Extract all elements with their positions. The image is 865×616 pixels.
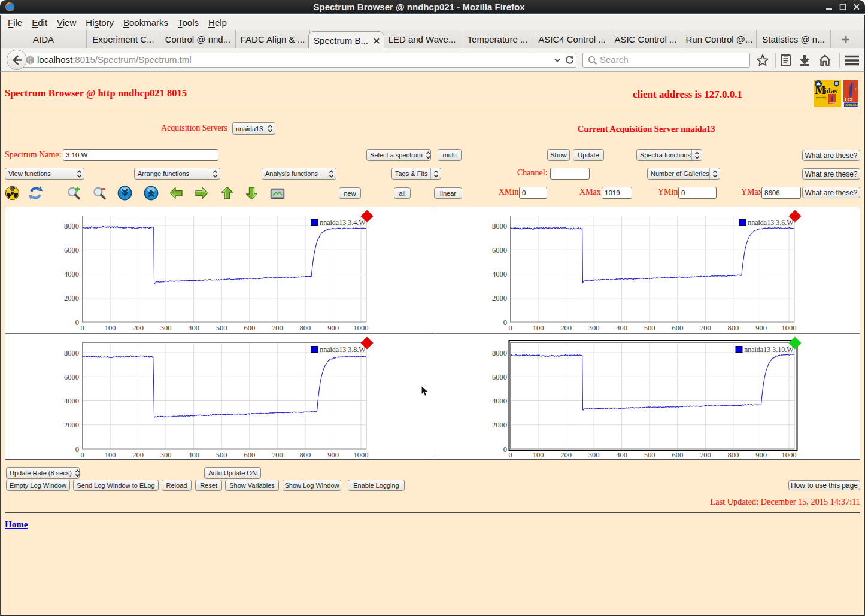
svg-text:POWERED: POWERED [845, 104, 858, 107]
svg-text:300: 300 [588, 451, 600, 459]
svg-text:700: 700 [700, 451, 711, 459]
svg-text:0: 0 [75, 318, 79, 327]
svg-text:4000: 4000 [492, 397, 507, 405]
svg-text:800: 800 [300, 324, 311, 332]
svg-text:nnaida13 3.6.W: nnaida13 3.6.W [748, 219, 794, 227]
svg-text:200: 200 [132, 324, 144, 332]
svg-text:idas: idas [824, 87, 837, 95]
svg-text:500: 500 [216, 451, 227, 459]
svg-text:900: 900 [327, 324, 339, 332]
svg-text:400: 400 [188, 324, 199, 332]
svg-text:nnaida13 3.8.W: nnaida13 3.8.W [320, 345, 366, 354]
svg-text:0: 0 [503, 445, 507, 454]
svg-text:4000: 4000 [64, 270, 79, 278]
svg-text:600: 600 [672, 451, 683, 459]
svg-text:500: 500 [644, 451, 655, 459]
svg-text:800: 800 [728, 324, 739, 332]
svg-text:900: 900 [755, 324, 767, 332]
svg-text:0: 0 [508, 324, 512, 332]
svg-text:8000: 8000 [492, 349, 507, 357]
svg-text:800: 800 [300, 451, 311, 459]
svg-text:300: 300 [588, 324, 600, 332]
svg-text:600: 600 [244, 324, 255, 332]
svg-text:TCL: TCL [844, 96, 855, 102]
svg-text:4000: 4000 [492, 270, 507, 278]
svg-text:0: 0 [80, 451, 84, 459]
svg-text:6000: 6000 [64, 373, 79, 381]
svg-text:500: 500 [216, 324, 227, 332]
svg-text:1000: 1000 [354, 451, 369, 459]
svg-text:1000: 1000 [354, 324, 369, 332]
svg-text:700: 700 [700, 324, 711, 332]
svg-text:0: 0 [80, 324, 84, 332]
svg-text:600: 600 [244, 451, 255, 459]
svg-text:100: 100 [105, 451, 116, 459]
svg-text:8000: 8000 [492, 222, 507, 230]
svg-text:0: 0 [75, 445, 79, 454]
svg-text:TCL/TK: TCL/TK [830, 102, 837, 105]
svg-text:8000: 8000 [64, 222, 79, 230]
svg-text:powered by: powered by [816, 96, 827, 99]
svg-text:100: 100 [533, 451, 544, 459]
svg-text:300: 300 [160, 451, 172, 459]
svg-text:200: 200 [132, 451, 144, 459]
svg-text:100: 100 [105, 324, 116, 332]
svg-text:200: 200 [560, 324, 572, 332]
svg-text:2000: 2000 [64, 421, 79, 429]
svg-text:400: 400 [616, 451, 627, 459]
svg-text:6000: 6000 [492, 373, 507, 381]
svg-text:900: 900 [755, 451, 767, 459]
svg-text:100: 100 [533, 324, 544, 332]
svg-text:nnaida13 3.4.W: nnaida13 3.4.W [320, 219, 366, 227]
svg-text:2000: 2000 [492, 294, 507, 302]
svg-text:nnaida13 3.10.W: nnaida13 3.10.W [744, 345, 794, 354]
svg-text:900: 900 [327, 451, 339, 459]
svg-text:0: 0 [508, 451, 512, 459]
svg-text:1000: 1000 [782, 451, 797, 459]
svg-text:6000: 6000 [492, 246, 507, 254]
svg-text:500: 500 [644, 324, 655, 332]
svg-text:4000: 4000 [64, 397, 79, 405]
svg-text:2000: 2000 [64, 294, 79, 302]
svg-text:2000: 2000 [492, 421, 507, 429]
svg-text:200: 200 [560, 451, 572, 459]
svg-text:600: 600 [672, 324, 683, 332]
svg-text:800: 800 [728, 451, 739, 459]
svg-text:1000: 1000 [782, 324, 797, 332]
svg-text:400: 400 [616, 324, 627, 332]
svg-text:6000: 6000 [64, 246, 79, 254]
svg-text:700: 700 [272, 451, 283, 459]
svg-text:400: 400 [188, 451, 199, 459]
svg-text:8000: 8000 [64, 349, 79, 357]
svg-text:0: 0 [503, 318, 507, 327]
svg-text:300: 300 [160, 324, 172, 332]
svg-text:700: 700 [272, 324, 283, 332]
